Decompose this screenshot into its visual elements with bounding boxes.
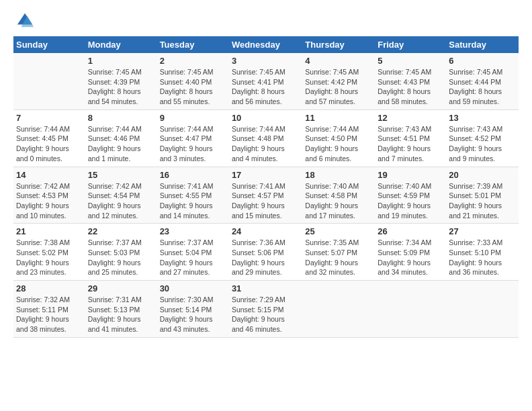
day-number: 9 [160,113,226,123]
logo [13,11,35,30]
day-info: Sunrise: 7:31 AM Sunset: 5:13 PM Dayligh… [88,295,154,334]
calendar-cell: 7Sunrise: 7:44 AM Sunset: 4:45 PM Daylig… [13,109,85,167]
calendar-cell: 3Sunrise: 7:45 AM Sunset: 4:41 PM Daylig… [229,53,302,109]
calendar-cell: 17Sunrise: 7:41 AM Sunset: 4:57 PM Dayli… [229,167,302,224]
day-info: Sunrise: 7:35 AM Sunset: 5:07 PM Dayligh… [305,238,372,277]
calendar-cell: 18Sunrise: 7:40 AM Sunset: 4:58 PM Dayli… [302,167,375,224]
day-number: 8 [88,113,154,123]
day-number: 5 [378,56,443,66]
day-info: Sunrise: 7:45 AM Sunset: 4:39 PM Dayligh… [88,67,154,107]
day-number: 29 [88,283,154,293]
logo-icon [16,11,35,30]
day-number: 13 [449,113,516,123]
weekday-header: Wednesday [229,36,302,53]
calendar-week-row: 14Sunrise: 7:42 AM Sunset: 4:53 PM Dayli… [13,167,519,224]
day-info: Sunrise: 7:45 AM Sunset: 4:42 PM Dayligh… [305,67,372,107]
day-number: 17 [232,170,300,180]
calendar-cell: 14Sunrise: 7:42 AM Sunset: 4:53 PM Dayli… [13,167,85,224]
page-container: SundayMondayTuesdayWednesdayThursdayFrid… [0,0,532,345]
calendar-cell: 5Sunrise: 7:45 AM Sunset: 4:43 PM Daylig… [375,53,446,109]
day-info: Sunrise: 7:42 AM Sunset: 4:54 PM Dayligh… [88,181,154,221]
calendar-cell: 16Sunrise: 7:41 AM Sunset: 4:55 PM Dayli… [157,167,229,224]
day-info: Sunrise: 7:38 AM Sunset: 5:02 PM Dayligh… [16,238,83,277]
day-info: Sunrise: 7:36 AM Sunset: 5:06 PM Dayligh… [232,238,300,277]
day-info: Sunrise: 7:44 AM Sunset: 4:46 PM Dayligh… [88,124,154,164]
weekday-header: Sunday [13,36,85,53]
calendar-cell: 31Sunrise: 7:29 AM Sunset: 5:15 PM Dayli… [229,281,302,338]
calendar-cell: 27Sunrise: 7:33 AM Sunset: 5:10 PM Dayli… [446,224,519,281]
day-number: 11 [305,113,372,123]
calendar-cell: 11Sunrise: 7:44 AM Sunset: 4:50 PM Dayli… [302,109,375,167]
day-info: Sunrise: 7:43 AM Sunset: 4:52 PM Dayligh… [449,124,516,164]
day-info: Sunrise: 7:45 AM Sunset: 4:41 PM Dayligh… [232,67,300,107]
calendar-cell: 22Sunrise: 7:37 AM Sunset: 5:03 PM Dayli… [85,224,157,281]
day-number: 16 [160,170,226,180]
day-info: Sunrise: 7:29 AM Sunset: 5:15 PM Dayligh… [232,295,300,334]
day-number: 22 [88,226,154,236]
day-number: 28 [16,283,83,293]
calendar-cell: 20Sunrise: 7:39 AM Sunset: 5:01 PM Dayli… [446,167,519,224]
day-number: 27 [449,226,516,236]
day-info: Sunrise: 7:45 AM Sunset: 4:43 PM Dayligh… [378,67,443,107]
day-number: 4 [305,56,372,66]
day-number: 26 [378,226,443,236]
day-number: 20 [449,170,516,180]
day-number: 24 [232,226,300,236]
calendar-week-row: 28Sunrise: 7:32 AM Sunset: 5:11 PM Dayli… [13,281,519,338]
day-number: 2 [160,56,226,66]
weekday-header-row: SundayMondayTuesdayWednesdayThursdayFrid… [13,36,519,53]
calendar-cell: 29Sunrise: 7:31 AM Sunset: 5:13 PM Dayli… [85,281,157,338]
calendar-cell: 24Sunrise: 7:36 AM Sunset: 5:06 PM Dayli… [229,224,302,281]
day-number: 14 [16,170,83,180]
calendar-cell: 19Sunrise: 7:40 AM Sunset: 4:59 PM Dayli… [375,167,446,224]
day-number: 23 [160,226,226,236]
day-info: Sunrise: 7:30 AM Sunset: 5:14 PM Dayligh… [160,295,226,334]
day-info: Sunrise: 7:37 AM Sunset: 5:04 PM Dayligh… [160,238,226,277]
calendar-cell: 26Sunrise: 7:34 AM Sunset: 5:09 PM Dayli… [375,224,446,281]
day-info: Sunrise: 7:44 AM Sunset: 4:48 PM Dayligh… [232,124,300,164]
weekday-header: Saturday [446,36,519,53]
day-info: Sunrise: 7:40 AM Sunset: 4:59 PM Dayligh… [378,181,443,221]
day-number: 15 [88,170,154,180]
day-info: Sunrise: 7:34 AM Sunset: 5:09 PM Dayligh… [378,238,443,277]
day-info: Sunrise: 7:37 AM Sunset: 5:03 PM Dayligh… [88,238,154,277]
calendar-cell [302,281,375,338]
weekday-header: Friday [375,36,446,53]
calendar-cell [375,281,446,338]
day-info: Sunrise: 7:45 AM Sunset: 4:40 PM Dayligh… [160,67,226,107]
calendar-cell: 9Sunrise: 7:44 AM Sunset: 4:47 PM Daylig… [157,109,229,167]
header [13,11,519,30]
day-info: Sunrise: 7:44 AM Sunset: 4:47 PM Dayligh… [160,124,226,164]
weekday-header: Tuesday [157,36,229,53]
calendar-cell: 25Sunrise: 7:35 AM Sunset: 5:07 PM Dayli… [302,224,375,281]
weekday-header: Thursday [302,36,375,53]
day-info: Sunrise: 7:39 AM Sunset: 5:01 PM Dayligh… [449,181,516,221]
day-info: Sunrise: 7:44 AM Sunset: 4:45 PM Dayligh… [16,124,83,164]
calendar-cell: 8Sunrise: 7:44 AM Sunset: 4:46 PM Daylig… [85,109,157,167]
calendar-cell: 1Sunrise: 7:45 AM Sunset: 4:39 PM Daylig… [85,53,157,109]
day-info: Sunrise: 7:44 AM Sunset: 4:50 PM Dayligh… [305,124,372,164]
day-number: 12 [378,113,443,123]
calendar-cell: 4Sunrise: 7:45 AM Sunset: 4:42 PM Daylig… [302,53,375,109]
calendar-week-row: 1Sunrise: 7:45 AM Sunset: 4:39 PM Daylig… [13,53,519,109]
day-number: 7 [16,113,83,123]
day-number: 31 [232,283,300,293]
day-number: 30 [160,283,226,293]
day-number: 18 [305,170,372,180]
calendar-table: SundayMondayTuesdayWednesdayThursdayFrid… [13,36,519,338]
day-info: Sunrise: 7:32 AM Sunset: 5:11 PM Dayligh… [16,295,83,334]
day-number: 10 [232,113,300,123]
day-info: Sunrise: 7:33 AM Sunset: 5:10 PM Dayligh… [449,238,516,277]
day-info: Sunrise: 7:42 AM Sunset: 4:53 PM Dayligh… [16,181,83,221]
day-info: Sunrise: 7:43 AM Sunset: 4:51 PM Dayligh… [378,124,443,164]
calendar-cell [13,53,85,109]
calendar-cell: 10Sunrise: 7:44 AM Sunset: 4:48 PM Dayli… [229,109,302,167]
day-info: Sunrise: 7:41 AM Sunset: 4:55 PM Dayligh… [160,181,226,221]
day-info: Sunrise: 7:41 AM Sunset: 4:57 PM Dayligh… [232,181,300,221]
calendar-cell: 28Sunrise: 7:32 AM Sunset: 5:11 PM Dayli… [13,281,85,338]
weekday-header: Monday [85,36,157,53]
calendar-cell: 23Sunrise: 7:37 AM Sunset: 5:04 PM Dayli… [157,224,229,281]
calendar-week-row: 7Sunrise: 7:44 AM Sunset: 4:45 PM Daylig… [13,109,519,167]
calendar-cell: 6Sunrise: 7:45 AM Sunset: 4:44 PM Daylig… [446,53,519,109]
calendar-week-row: 21Sunrise: 7:38 AM Sunset: 5:02 PM Dayli… [13,224,519,281]
